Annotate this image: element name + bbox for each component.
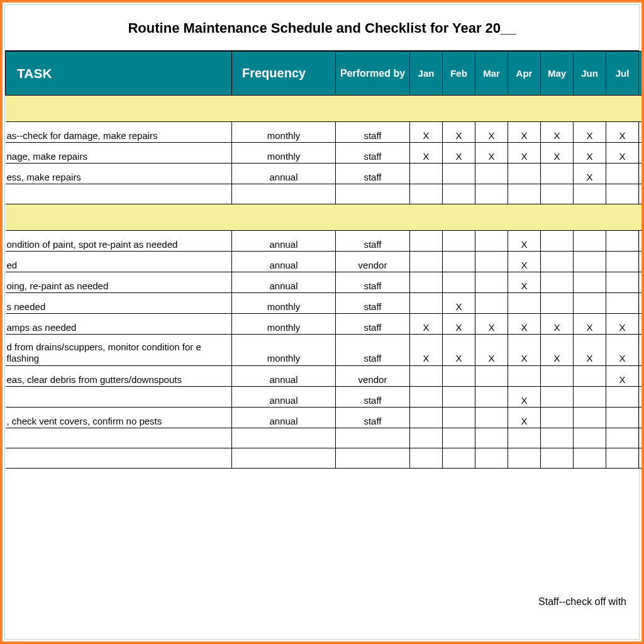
month-cell xyxy=(475,252,508,272)
month-cell xyxy=(475,387,508,408)
month-cell: X xyxy=(606,366,639,387)
month-cell: X xyxy=(541,335,574,366)
task-cell xyxy=(6,387,232,408)
month-cell: X xyxy=(574,122,606,143)
month-cell xyxy=(639,272,645,293)
month-cell: X xyxy=(508,387,541,408)
month-cell: X xyxy=(508,252,541,272)
month-cell: X xyxy=(574,314,606,335)
col-may: May xyxy=(541,52,574,96)
month-cell xyxy=(639,366,645,387)
frequency-cell: annual xyxy=(232,366,336,387)
frequency-cell: annual xyxy=(232,231,336,252)
month-cell xyxy=(639,408,645,428)
col-extra xyxy=(639,52,645,96)
month-cell: X xyxy=(606,122,639,143)
performed-by-cell: staff xyxy=(336,387,410,408)
month-cell: X xyxy=(443,314,475,335)
task-cell: oing, re-paint as needed xyxy=(6,272,232,293)
performed-by-cell: staff xyxy=(336,314,410,335)
table-row: edannualvendorX xyxy=(6,252,645,272)
month-cell: X xyxy=(410,335,443,366)
month-cell xyxy=(410,231,443,252)
section-cell xyxy=(6,96,645,122)
col-task: TASK xyxy=(6,52,232,96)
empty-cell xyxy=(6,184,232,204)
performed-by-cell: staff xyxy=(336,335,410,366)
month-cell xyxy=(443,387,475,408)
month-cell xyxy=(606,293,639,314)
month-cell: X xyxy=(574,335,606,366)
empty-cell xyxy=(232,428,336,448)
empty-row xyxy=(6,448,645,469)
month-cell: X xyxy=(410,314,443,335)
month-cell xyxy=(574,252,606,272)
month-cell xyxy=(443,164,475,184)
empty-cell xyxy=(443,184,475,204)
month-cell: X xyxy=(443,122,475,143)
empty-cell xyxy=(574,448,606,469)
empty-cell xyxy=(574,184,606,204)
month-cell: X xyxy=(508,122,541,143)
empty-cell xyxy=(574,428,606,448)
month-cell xyxy=(639,387,645,408)
month-cell: X xyxy=(508,408,541,428)
month-cell xyxy=(639,314,645,335)
month-cell xyxy=(606,164,639,184)
empty-cell xyxy=(639,428,645,448)
month-cell xyxy=(475,272,508,293)
frequency-cell: annual xyxy=(232,387,336,408)
table-row: amps as neededmonthlystaffXXXXXXX xyxy=(6,314,645,335)
performed-by-cell: vendor xyxy=(336,366,410,387)
month-cell xyxy=(541,387,574,408)
col-frequency: Frequency xyxy=(232,52,336,96)
empty-cell xyxy=(410,184,443,204)
frequency-cell: monthly xyxy=(232,314,336,335)
empty-cell xyxy=(606,428,639,448)
page-title: Routine Maintenance Schedule and Checkli… xyxy=(5,5,639,51)
month-cell xyxy=(541,252,574,272)
month-cell xyxy=(606,408,639,428)
frequency-cell: monthly xyxy=(232,293,336,314)
month-cell xyxy=(541,366,574,387)
empty-cell xyxy=(6,448,232,469)
month-cell: X xyxy=(541,314,574,335)
task-cell: amps as needed xyxy=(6,314,232,335)
empty-cell xyxy=(410,448,443,469)
month-cell xyxy=(475,408,508,428)
month-cell xyxy=(410,272,443,293)
month-cell: X xyxy=(508,143,541,164)
footer-note: Staff--check off with xyxy=(538,596,626,608)
month-cell xyxy=(410,252,443,272)
month-cell xyxy=(639,164,645,184)
month-cell xyxy=(574,408,606,428)
month-cell: X xyxy=(475,335,508,366)
month-cell: X xyxy=(574,143,606,164)
section-divider xyxy=(6,96,645,122)
frequency-cell: annual xyxy=(232,408,336,428)
month-cell: X xyxy=(443,143,475,164)
month-cell: X xyxy=(508,272,541,293)
empty-row xyxy=(6,184,645,204)
month-cell: X xyxy=(606,143,639,164)
month-cell xyxy=(574,387,606,408)
frequency-cell: monthly xyxy=(232,335,336,366)
performed-by-cell: staff xyxy=(336,293,410,314)
month-cell: X xyxy=(475,122,508,143)
month-cell: X xyxy=(443,335,475,366)
month-cell xyxy=(639,231,645,252)
header-row: TASK Frequency Performed by Jan Feb Mar … xyxy=(6,52,645,96)
month-cell xyxy=(475,231,508,252)
table-row: s neededmonthlystaffX xyxy=(6,293,645,314)
month-cell xyxy=(606,272,639,293)
month-cell xyxy=(606,387,639,408)
month-cell: X xyxy=(508,335,541,366)
month-cell xyxy=(410,408,443,428)
month-cell xyxy=(606,231,639,252)
month-cell xyxy=(606,252,639,272)
month-cell xyxy=(541,164,574,184)
month-cell xyxy=(574,231,606,252)
section-cell xyxy=(6,204,645,231)
month-cell: X xyxy=(410,122,443,143)
empty-cell xyxy=(443,428,475,448)
